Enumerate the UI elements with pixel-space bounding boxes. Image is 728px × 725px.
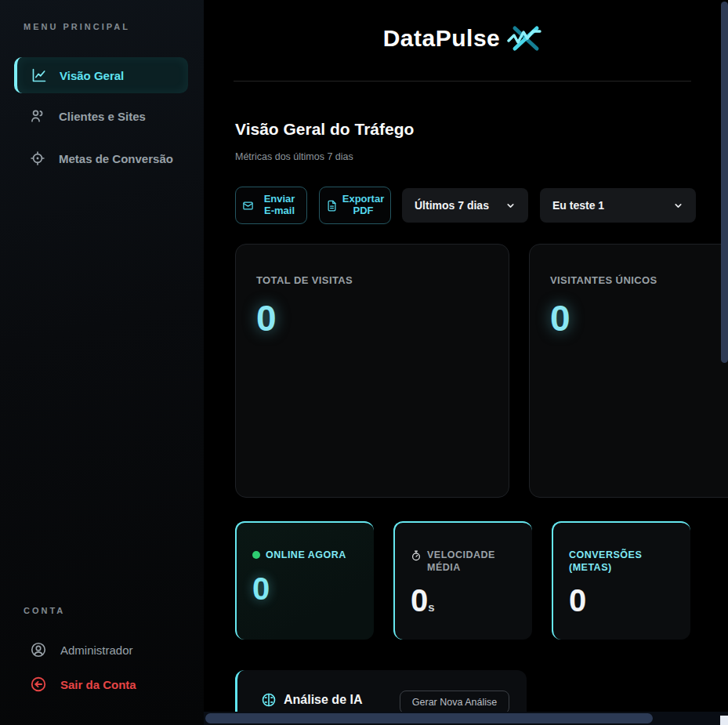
line-chart-icon [31,67,47,83]
page-subtitle: Métricas dos últimos 7 dias [235,151,353,162]
avg-speed-card: VELOCIDADE MÉDIA 0s [393,521,532,640]
mail-icon [242,200,254,212]
app-logo: DataPulse [235,20,691,56]
sidebar-section-main-label: MENU PRINCIPAL [24,22,130,31]
unique-visitors-card: VISITANTES ÚNICOS 0 [529,244,728,498]
online-now-label: ONLINE AGORA [266,549,346,562]
sidebar-item-metas-de-conversao[interactable]: Metas de Conversão [30,150,173,166]
conversions-card: CONVERSÕES (METAS) 0 [552,521,690,640]
export-pdf-label: Exportar PDF [342,194,384,217]
horizontal-scrollbar-thumb[interactable] [205,713,653,723]
file-pdf-icon [326,200,338,212]
period-select-value: Últimos 7 dias [415,199,489,212]
unique-visitors-label: VISITANTES ÚNICOS [550,274,728,286]
total-visits-label: TOTAL DE VISITAS [256,274,488,286]
online-now-value: 0 [252,571,358,607]
sidebar-item-clientes-e-sites[interactable]: Clientes e Sites [30,108,146,124]
conversions-label: CONVERSÕES (METAS) [569,549,663,574]
conversions-value: 0 [569,583,675,618]
sidebar-item-label: Visão Geral [60,69,124,82]
stopwatch-icon [411,550,422,561]
sidebar-item-visao-geral[interactable]: Visão Geral [14,57,188,93]
export-pdf-button[interactable]: Exportar PDF [319,187,391,224]
pulse-x-icon [507,24,543,53]
user-circle-icon [30,641,47,658]
send-email-label: Enviar E-mail [259,194,300,217]
target-icon [30,150,45,166]
sidebar-item-label: Sair da Conta [60,678,136,691]
sidebar-item-sair-da-conta[interactable]: Sair da Conta [30,676,136,693]
site-select[interactable]: Eu teste 1 [540,188,696,223]
brain-icon [261,692,277,708]
ai-analysis-title: Análise de IA [284,693,362,707]
logout-icon [30,676,47,693]
users-icon [30,108,45,124]
sidebar-item-label: Clientes e Sites [59,110,146,123]
online-now-card: ONLINE AGORA 0 [235,521,374,640]
green-dot [252,551,260,559]
sidebar-item-administrador[interactable]: Administrador [30,641,133,658]
sidebar: MENU PRINCIPAL Visão Geral Clientes e Si… [0,0,204,725]
total-visits-value: 0 [256,297,488,339]
site-select-value: Eu teste 1 [552,199,604,212]
sidebar-section-account-label: CONTA [24,606,65,615]
unique-visitors-value: 0 [550,297,728,339]
send-email-button[interactable]: Enviar E-mail [235,187,307,224]
avg-speed-unit: s [428,600,434,614]
generate-analysis-button[interactable]: Gerar Nova Análise [400,691,509,714]
header-divider [234,81,691,82]
avg-speed-label: VELOCIDADE MÉDIA [427,549,516,574]
sidebar-item-label: Metas de Conversão [59,152,173,165]
brand-name: DataPulse [383,25,501,52]
total-visits-card: TOTAL DE VISITAS 0 [235,244,509,498]
scrollbar-corner [720,716,728,725]
vertical-scrollbar-thumb[interactable] [721,2,728,363]
period-select[interactable]: Últimos 7 dias [402,188,528,223]
sidebar-item-label: Administrador [60,643,133,657]
avg-speed-value: 0s [411,583,516,618]
chevron-down-icon [505,201,516,211]
chevron-down-icon [673,201,683,211]
page-title: Visão Geral do Tráfego [235,120,414,139]
